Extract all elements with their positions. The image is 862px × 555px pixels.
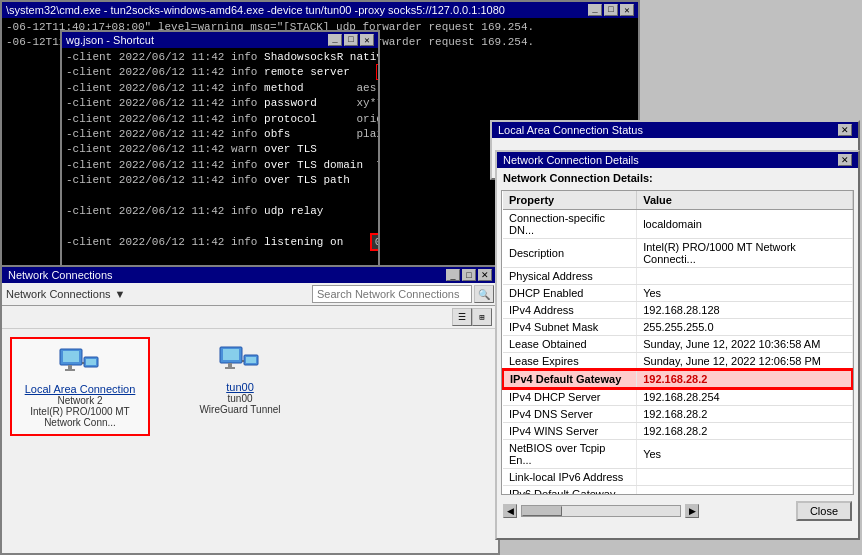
cmd-maximize-button[interactable]: □ <box>604 4 618 16</box>
details-property-cell: Description <box>503 239 637 268</box>
details-table-row: Link-local IPv6 Address <box>503 469 852 486</box>
svg-rect-2 <box>68 365 72 369</box>
details-value-cell <box>637 486 852 496</box>
ssr-line-5: -client 2022/06/12 11:42 info protocol o… <box>66 112 374 127</box>
details-property-cell: IPv4 Subnet Mask <box>503 319 637 336</box>
details-table-row: Lease ExpiresSunday, June 12, 2022 12:06… <box>503 353 852 371</box>
shortcut-window: wg.json - Shortcut _ □ ✕ -client 2022/06… <box>60 30 380 290</box>
cmd-close-button[interactable]: ✕ <box>620 4 634 16</box>
details-table-row: IPv4 Subnet Mask255.255.255.0 <box>503 319 852 336</box>
details-titlebar-buttons: ✕ <box>838 154 852 166</box>
details-table-row: IPv4 Address192.168.28.128 <box>503 302 852 319</box>
details-table-row: IPv4 WINS Server192.168.28.2 <box>503 423 852 440</box>
details-value-cell <box>637 469 852 486</box>
details-property-cell: Link-local IPv6 Address <box>503 469 637 486</box>
details-table-row: Physical Address <box>503 268 852 285</box>
details-value-cell: 192.168.28.2 <box>637 406 852 423</box>
local-area-connection-adapter: Intel(R) PRO/1000 MT Network Conn... <box>18 406 142 428</box>
details-table-row: DHCP EnabledYes <box>503 285 852 302</box>
details-value-cell: Yes <box>637 285 852 302</box>
scroll-track[interactable] <box>521 505 681 517</box>
details-property-cell: Lease Obtained <box>503 336 637 353</box>
netconn-minimize-button[interactable]: _ <box>446 269 460 281</box>
ssr-line-8: -client 2022/06/12 11:42 info over TLS d… <box>66 158 374 173</box>
tun00-name[interactable]: tun00 <box>226 381 254 393</box>
details-property-cell: IPv4 Default Gateway <box>503 370 637 388</box>
details-table-row: NetBIOS over Tcpip En...Yes <box>503 440 852 469</box>
svg-rect-8 <box>223 349 239 360</box>
details-value-cell: 192.168.28.128 <box>637 302 852 319</box>
details-table-row: IPv6 Default Gateway <box>503 486 852 496</box>
scroll-thumb <box>522 506 562 516</box>
shortcut-close-button[interactable]: ✕ <box>360 34 374 46</box>
cmd-minimize-button[interactable]: _ <box>588 4 602 16</box>
svg-rect-12 <box>246 357 256 363</box>
details-table-row: Connection-specific DN...localdomain <box>503 210 852 239</box>
tun00-adapter: WireGuard Tunnel <box>199 404 280 415</box>
netconn-breadcrumb-arrow: ▼ <box>115 288 126 300</box>
netconn-close-button[interactable]: ✕ <box>478 269 492 281</box>
shortcut-title: wg.json - Shortcut <box>66 34 154 46</box>
local-area-connection-network: Network 2 <box>57 395 102 406</box>
details-titlebar: Network Connection Details ✕ <box>497 152 858 168</box>
details-value-cell: localdomain <box>637 210 852 239</box>
netconn-search-input[interactable] <box>312 285 472 303</box>
netconn-window: Network Connections _ □ ✕ Network Connec… <box>0 265 500 555</box>
details-footer: ◀ ▶ Close <box>497 497 858 525</box>
local-area-connection-name[interactable]: Local Area Connection <box>25 383 136 395</box>
details-value-cell: Yes <box>637 440 852 469</box>
details-value-cell: Sunday, June 12, 2022 10:36:58 AM <box>637 336 852 353</box>
details-value-cell: 255.255.255.0 <box>637 319 852 336</box>
details-value-cell: 192.168.28.2 <box>637 370 852 388</box>
netconn-search-area: 🔍 <box>312 285 494 303</box>
details-table-row: IPv4 Default Gateway192.168.28.2 <box>503 370 852 388</box>
ssr-line-6: -client 2022/06/12 11:42 info obfs plain <box>66 127 374 142</box>
details-table-row: IPv4 DHCP Server192.168.28.254 <box>503 388 852 406</box>
lan-icon <box>58 345 102 381</box>
svg-rect-1 <box>63 351 79 362</box>
netconn-content: Local Area Connection Network 2 Intel(R)… <box>2 329 498 444</box>
view-icons-button[interactable]: ⊞ <box>472 308 492 326</box>
view-details-button[interactable]: ☰ <box>452 308 472 326</box>
shortcut-minimize-button[interactable]: _ <box>328 34 342 46</box>
netconn-toolbar: Network Connections ▼ 🔍 <box>2 283 498 306</box>
ssr-line-12 <box>66 219 374 234</box>
ssr-line-7: -client 2022/06/12 11:42 warn over TLS y… <box>66 142 374 157</box>
cmd-title: \system32\cmd.exe - tun2socks-windows-am… <box>6 4 505 16</box>
netconn-maximize-button[interactable]: □ <box>462 269 476 281</box>
netconn-title: Network Connections <box>8 269 113 281</box>
netconn-search-button[interactable]: 🔍 <box>474 285 494 303</box>
details-value-header: Value <box>637 191 852 210</box>
details-value-cell <box>637 268 852 285</box>
details-property-cell: Physical Address <box>503 268 637 285</box>
details-close-btn[interactable]: Close <box>796 501 852 521</box>
shortcut-restore-button[interactable]: □ <box>344 34 358 46</box>
shortcut-content: -client 2022/06/12 11:42 info Shadowsock… <box>62 48 378 252</box>
tun00-network: tun00 <box>227 393 252 404</box>
svg-rect-5 <box>86 359 96 365</box>
status-close-button[interactable]: ✕ <box>838 124 852 136</box>
tun00-item[interactable]: tun00 tun00 WireGuard Tunnel <box>170 337 310 436</box>
details-value-cell: Sunday, June 12, 2022 12:06:58 PM <box>637 353 852 371</box>
details-value-cell: 192.168.28.254 <box>637 388 852 406</box>
details-property-cell: DHCP Enabled <box>503 285 637 302</box>
local-area-connection-item[interactable]: Local Area Connection Network 2 Intel(R)… <box>10 337 150 436</box>
svg-rect-3 <box>65 369 75 371</box>
netconn-breadcrumb: Network Connections <box>6 288 111 300</box>
details-table-row: Lease ObtainedSunday, June 12, 2022 10:3… <box>503 336 852 353</box>
details-close-button[interactable]: ✕ <box>838 154 852 166</box>
details-property-cell: Lease Expires <box>503 353 637 371</box>
status-titlebar: Local Area Connection Status ✕ <box>492 122 858 138</box>
ssr-line-2: -client 2022/06/12 11:42 info remote ser… <box>66 65 374 80</box>
ssr-line-9: -client 2022/06/12 11:42 info over TLS p… <box>66 173 374 188</box>
scroll-left-button[interactable]: ◀ <box>503 504 517 518</box>
svg-rect-10 <box>225 367 235 369</box>
details-value-cell: 192.168.28.2 <box>637 423 852 440</box>
svg-rect-9 <box>228 363 232 367</box>
details-scrollbar: ◀ ▶ <box>503 504 699 518</box>
scroll-right-button[interactable]: ▶ <box>685 504 699 518</box>
ssr-line-1: -client 2022/06/12 11:42 info Shadowsock… <box>66 50 374 65</box>
netconn-view-toolbar: ☰ ⊞ <box>2 306 498 329</box>
details-property-cell: Connection-specific DN... <box>503 210 637 239</box>
details-table-row: DescriptionIntel(R) PRO/1000 MT Network … <box>503 239 852 268</box>
